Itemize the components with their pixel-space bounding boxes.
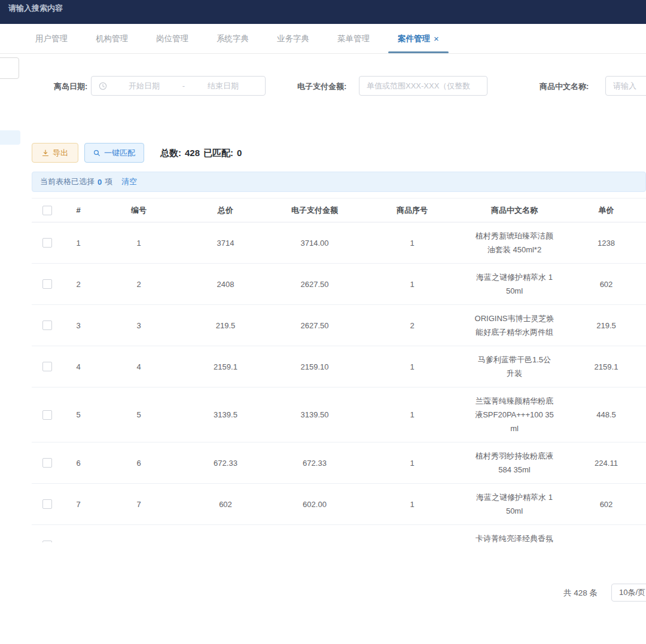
cell-index: 1 <box>63 239 94 248</box>
cell-epay: 2627.50 <box>267 321 362 330</box>
tab-user-management[interactable]: 用户管理 <box>35 24 68 53</box>
cell-epay: 2159.10 <box>267 362 362 371</box>
cell-code: 8 <box>94 541 184 543</box>
table-header: #编号总价电子支付金额商品序号商品中文名称单价 <box>32 198 646 222</box>
cell-seq: 1 <box>362 459 462 468</box>
matched-label: 已匹配: <box>203 148 233 158</box>
cell-name: 植村秀羽纱持妆粉底液 584 35ml <box>462 449 566 477</box>
cell-seq: 1 <box>362 280 462 289</box>
select-all-checkbox[interactable] <box>42 206 52 215</box>
tab-label: 机构管理 <box>96 33 128 44</box>
tab-label: 业务字典 <box>277 33 309 44</box>
product-name-label: 商品中文名称: <box>540 81 589 92</box>
cutoff-chip <box>0 130 20 145</box>
column-header: 商品序号 <box>362 205 462 216</box>
cell-index: 2 <box>63 280 94 289</box>
cell-unit: 602 <box>566 280 646 289</box>
table-row: 77602602.001海蓝之谜修护精萃水 150ml602 <box>32 484 646 525</box>
cell-seq: 1 <box>362 500 462 509</box>
row-checkbox[interactable] <box>42 410 52 420</box>
cell-epay: 1988.47 <box>267 541 362 543</box>
tab-post-management[interactable]: 岗位管理 <box>156 24 188 53</box>
cell-code: 3 <box>94 321 184 330</box>
cell-code: 5 <box>94 410 184 419</box>
table-row: 881988.471988.471卡诗菁纯亮泽经典香氛 100ml435.49 <box>32 525 646 542</box>
checkbox-cell <box>32 206 63 215</box>
global-search-input[interactable]: 请输入搜索内容 <box>8 3 63 14</box>
selection-info-bar: 当前表格已选择 0 项 清空 <box>32 172 646 192</box>
search-icon <box>93 149 100 157</box>
tab-org-management[interactable]: 机构管理 <box>96 24 128 53</box>
row-checkbox[interactable] <box>42 321 52 330</box>
tab-label: 菜单管理 <box>337 33 370 44</box>
tab-label: 系统字典 <box>217 33 249 44</box>
checkbox-cell <box>32 499 63 509</box>
tab-business-dict[interactable]: 业务字典 <box>277 24 309 53</box>
row-checkbox[interactable] <box>42 541 52 542</box>
checkbox-cell <box>32 321 63 330</box>
pagination-total: 共 428 条 <box>563 588 598 599</box>
export-button[interactable]: 导出 <box>32 143 78 163</box>
download-icon <box>42 149 49 157</box>
cell-total: 2159.1 <box>184 362 267 371</box>
table-row: 1137143714.001植村秀新琥珀臻萃洁颜油套装 450ml*21238 <box>32 222 646 264</box>
clear-selection-link[interactable]: 清空 <box>121 176 137 187</box>
depart-date-range-input[interactable]: 开始日期 - 结束日期 <box>91 76 266 96</box>
cell-name: ORIGINS韦博士灵芝焕能好底子精华水两件组 <box>462 312 566 339</box>
tab-case-management[interactable]: 案件管理× <box>398 24 439 53</box>
page-size-select[interactable]: 10条/页 <box>611 584 646 602</box>
selection-suffix: 项 <box>105 176 112 187</box>
row-checkbox[interactable] <box>42 238 52 248</box>
column-header: 编号 <box>94 205 184 216</box>
cell-index: 8 <box>63 541 94 543</box>
row-checkbox[interactable] <box>42 458 52 468</box>
row-checkbox[interactable] <box>42 499 52 509</box>
cell-unit: 602 <box>566 500 646 509</box>
tab-label: 用户管理 <box>35 33 68 44</box>
product-name-input[interactable] <box>605 76 646 96</box>
checkbox-cell <box>32 279 63 289</box>
cell-name: 海蓝之谜修护精萃水 150ml <box>462 270 566 298</box>
checkbox-cell <box>32 238 63 248</box>
table-body: 1137143714.001植村秀新琥珀臻萃洁颜油套装 450ml*212382… <box>32 222 646 542</box>
cell-code: 7 <box>94 500 184 509</box>
cell-name: 海蓝之谜修护精萃水 150ml <box>462 490 566 518</box>
cell-unit: 448.5 <box>566 410 646 419</box>
tab-bar: 用户管理机构管理岗位管理系统字典业务字典菜单管理案件管理× <box>0 24 646 54</box>
close-icon[interactable]: × <box>434 34 439 43</box>
cell-epay: 602.00 <box>267 500 362 509</box>
cell-seq: 1 <box>362 239 462 248</box>
table-row: 442159.12159.101马爹利蓝带干邑1.5公升装2159.1 <box>32 346 646 387</box>
cell-total: 3714 <box>184 239 267 248</box>
epay-amount-input[interactable] <box>359 76 487 96</box>
match-button-label: 一键匹配 <box>104 148 135 158</box>
cell-index: 3 <box>63 321 94 330</box>
tab-system-dict[interactable]: 系统字典 <box>217 24 249 53</box>
cell-epay: 3139.50 <box>267 410 362 419</box>
selection-prefix: 当前表格已选择 <box>40 176 95 187</box>
row-checkbox[interactable] <box>42 279 52 289</box>
cell-code: 4 <box>94 362 184 371</box>
export-button-label: 导出 <box>53 148 68 158</box>
tab-label: 岗位管理 <box>156 33 188 44</box>
cell-total: 2408 <box>184 280 267 289</box>
date-range-separator: - <box>181 81 186 90</box>
cell-index: 5 <box>63 410 94 419</box>
end-date-placeholder: 结束日期 <box>188 81 258 91</box>
column-header: 商品中文名称 <box>462 203 566 217</box>
cell-total: 602 <box>184 500 267 509</box>
table-row: 33219.52627.502ORIGINS韦博士灵芝焕能好底子精华水两件组21… <box>32 305 646 346</box>
cell-name: 兰蔻菁纯臻颜精华粉底液SPF20PA+++100 35ml <box>462 394 566 435</box>
cell-epay: 3714.00 <box>267 239 362 248</box>
top-navbar: 请输入搜索内容 <box>0 0 646 24</box>
tab-menu-management[interactable]: 菜单管理 <box>337 24 370 53</box>
cell-unit: 2159.1 <box>566 362 646 371</box>
tab-label: 案件管理 <box>398 33 430 44</box>
cell-code: 6 <box>94 459 184 468</box>
row-checkbox[interactable] <box>42 362 52 371</box>
page-size-value: 10条/页 <box>619 587 645 598</box>
table-row: 553139.53139.501兰蔻菁纯臻颜精华粉底液SPF20PA+++100… <box>32 387 646 442</box>
one-click-match-button[interactable]: 一键匹配 <box>84 143 144 163</box>
cell-unit: 435.49 <box>566 541 646 543</box>
checkbox-cell <box>32 541 63 542</box>
